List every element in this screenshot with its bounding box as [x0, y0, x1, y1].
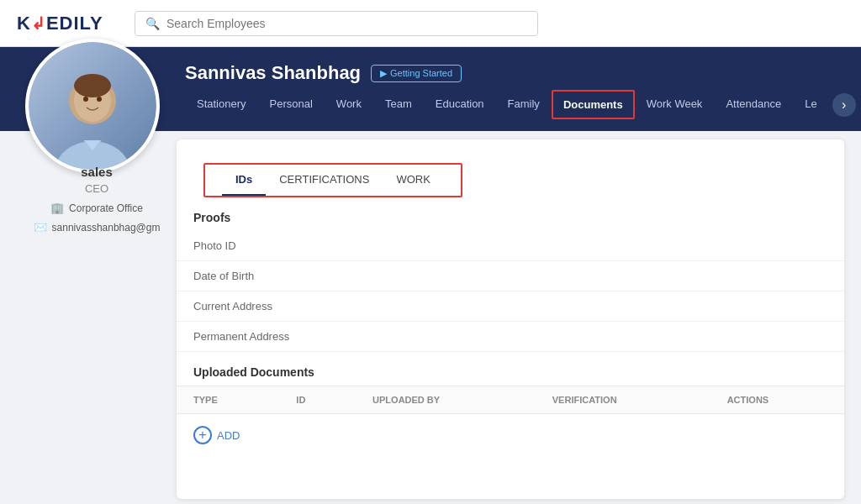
play-icon: ▶ [380, 68, 387, 79]
col-actions: ACTIONS [710, 386, 844, 414]
table-row: Photo ID [177, 231, 844, 261]
svg-point-4 [97, 97, 102, 102]
svg-point-2 [74, 74, 111, 97]
page-wrapper: K↲EDILY 🔍 [0, 0, 861, 504]
table-row: Permanent Address [177, 322, 844, 352]
add-circle-icon: + [193, 426, 212, 444]
email-icon: ✉️ [34, 221, 47, 234]
tab-workweek[interactable]: Work Week [635, 89, 715, 121]
table-row: Date of Birth [177, 261, 844, 291]
uploaded-table: TYPE ID UPLOADED BY VERIFICATION ACTIONS [177, 386, 844, 414]
uploaded-docs-title: Uploaded Documents [177, 352, 844, 386]
proof-value-dob [345, 261, 844, 291]
email-label: sannivasshanbhag@gm [52, 222, 161, 234]
employee-job-title: CEO [85, 182, 108, 195]
proof-label-permanent: Permanent Address [177, 322, 345, 352]
logo: K↲EDILY [17, 13, 118, 34]
employee-role: sales [81, 165, 113, 179]
tab-team[interactable]: Team [373, 89, 424, 121]
tab-work[interactable]: Work [325, 89, 373, 121]
tab-le[interactable]: Le [793, 89, 828, 121]
add-label: ADD [217, 429, 240, 442]
col-type: TYPE [177, 386, 279, 414]
getting-started-button[interactable]: ▶ Getting Started [371, 65, 462, 82]
nav-next-button[interactable]: › [832, 93, 856, 117]
tab-family[interactable]: Family [496, 89, 552, 121]
subtab-certifications[interactable]: CERTIFICATIONS [266, 165, 383, 196]
proof-value-current [345, 291, 844, 322]
search-bar[interactable]: 🔍 [135, 11, 538, 36]
subtab-work[interactable]: WORK [383, 165, 443, 196]
profile-header: Sannivas Shanbhag ▶ Getting Started Stat… [0, 47, 861, 131]
proof-value-permanent [345, 322, 844, 352]
documents-panel: IDs CERTIFICATIONS WORK Proofs Photo ID … [177, 139, 844, 499]
table-header-row: TYPE ID UPLOADED BY VERIFICATION ACTIONS [177, 386, 844, 414]
office-info: 🏢 Corporate Office [50, 202, 143, 214]
office-icon: 🏢 [50, 202, 64, 214]
tab-stationery[interactable]: Stationery [185, 89, 258, 121]
getting-started-label: Getting Started [390, 68, 452, 78]
logo-text: EDILY [46, 13, 103, 34]
nav-tabs: Stationery Personal Work Team Education … [185, 89, 861, 121]
content-area: sales CEO 🏢 Corporate Office ✉️ sannivas… [0, 139, 861, 499]
sub-tabs: IDs CERTIFICATIONS WORK [203, 163, 462, 197]
svg-point-3 [83, 97, 88, 102]
col-verification: VERIFICATION [536, 386, 710, 414]
proof-label-dob: Date of Birth [177, 261, 345, 291]
email-info: ✉️ sannivasshanbhag@gm [34, 221, 161, 234]
tab-education[interactable]: Education [424, 89, 496, 121]
col-id: ID [279, 386, 356, 414]
left-sidebar: sales CEO 🏢 Corporate Office ✉️ sannivas… [17, 139, 177, 499]
logo-k: K [17, 13, 31, 34]
proof-value-photoid [345, 231, 844, 261]
office-label: Corporate Office [69, 202, 143, 214]
employee-name: Sannivas Shanbhag [185, 62, 361, 84]
proofs-table: Photo ID Date of Birth Current Address P… [177, 231, 844, 352]
subtab-ids[interactable]: IDs [222, 165, 266, 196]
tab-personal[interactable]: Personal [258, 89, 325, 121]
search-input[interactable] [166, 17, 527, 30]
top-nav: K↲EDILY 🔍 [0, 0, 861, 47]
col-uploaded-by: UPLOADED BY [356, 386, 536, 414]
add-button[interactable]: + ADD [177, 414, 844, 456]
name-row: Sannivas Shanbhag ▶ Getting Started [185, 47, 861, 89]
proof-label-current: Current Address [177, 291, 345, 322]
tab-documents[interactable]: Documents [552, 90, 635, 119]
tab-attendance[interactable]: Attendance [714, 89, 793, 121]
table-row: Current Address [177, 291, 844, 322]
proofs-section-title: Proofs [177, 197, 844, 231]
search-icon: 🔍 [145, 17, 160, 30]
proof-label-photoid: Photo ID [177, 231, 345, 261]
